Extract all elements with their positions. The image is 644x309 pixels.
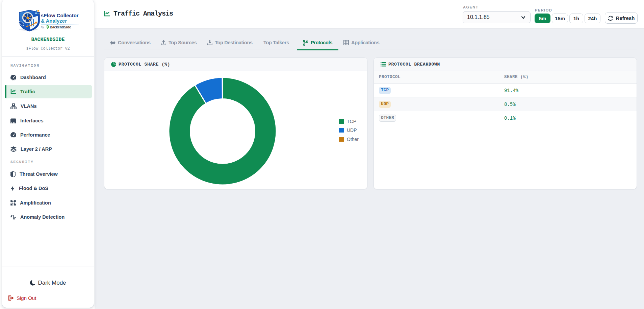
svg-text:sFlow Collector: sFlow Collector bbox=[41, 13, 79, 18]
svg-text:by: by bbox=[41, 25, 44, 29]
svg-text:BackendSide: BackendSide bbox=[50, 25, 71, 29]
svg-text:& Analyzer: & Analyzer bbox=[41, 18, 67, 24]
